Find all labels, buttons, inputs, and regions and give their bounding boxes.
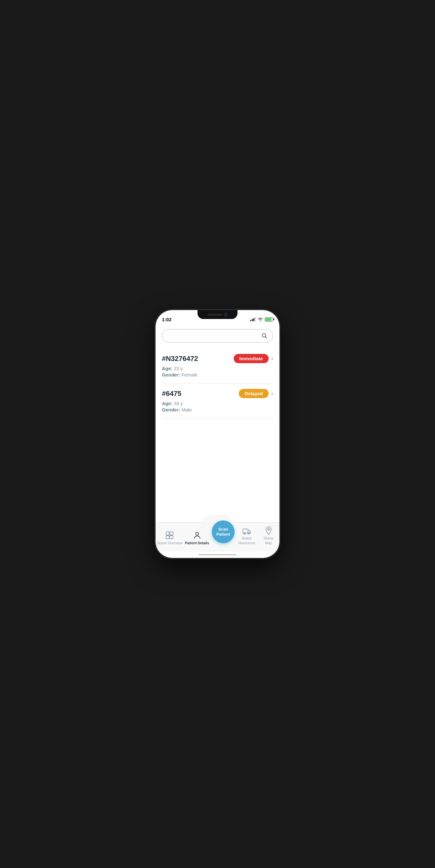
status-badge: Immediate: [234, 354, 269, 363]
nav-label-scene-overview: Scene Overview: [157, 541, 182, 545]
patient-id: #N3276472: [162, 354, 198, 363]
battery-fill: [265, 318, 271, 321]
nav-item-scene-overview[interactable]: Scene Overview: [157, 531, 182, 545]
patient-gender: Gender: Male: [162, 407, 273, 412]
patient-gender: Gender: Female: [162, 372, 273, 377]
main-content: #N3276472 Immediate › Age: 23 y Gender: …: [156, 324, 279, 522]
nav-item-roles-resources[interactable]: Roles/Resources: [237, 528, 256, 545]
search-input[interactable]: [167, 333, 261, 339]
patient-badge-row: Immediate ›: [234, 354, 273, 363]
svg-point-7: [244, 533, 245, 534]
svg-rect-2: [170, 532, 173, 535]
status-time: 1:02: [162, 317, 171, 322]
bottom-nav: Scene Overview Patient Details Sc: [156, 522, 279, 552]
chevron-right-icon: ›: [271, 390, 273, 397]
wifi-icon: [258, 317, 263, 321]
nav-item-patient-details[interactable]: Patient Details: [185, 531, 209, 545]
patient-age: Age: 23 y: [162, 366, 273, 371]
patient-id: #6475: [162, 390, 181, 398]
battery-icon: [265, 317, 273, 321]
notch-camera: [224, 313, 227, 316]
search-icon: [261, 333, 268, 339]
svg-point-8: [248, 533, 250, 534]
nav-items: Scene Overview Patient Details Sc: [156, 523, 279, 545]
status-icons: [250, 317, 273, 321]
nav-item-scene-map[interactable]: SceneMap: [259, 526, 278, 545]
notch-speaker: [208, 314, 222, 315]
grid-icon: [165, 531, 174, 539]
patient-header: #6475 Delayed ›: [162, 389, 273, 398]
home-bar: [198, 554, 237, 555]
scan-button[interactable]: ScanPatient: [212, 520, 235, 543]
patient-badge-row: Delayed ›: [239, 389, 273, 398]
status-badge: Delayed: [239, 389, 269, 398]
nav-label-patient-details: Patient Details: [185, 541, 209, 545]
notch: [198, 310, 237, 319]
svg-rect-4: [170, 536, 173, 539]
map-pin-icon: [265, 526, 272, 535]
svg-rect-1: [166, 532, 169, 535]
svg-point-9: [268, 528, 270, 530]
scan-label: ScanPatient: [216, 527, 230, 537]
truck-icon: [243, 528, 251, 535]
svg-point-5: [196, 532, 198, 535]
patient-header: #N3276472 Immediate ›: [162, 354, 273, 363]
svg-rect-6: [243, 529, 248, 533]
screen: 1:02: [156, 310, 279, 558]
svg-rect-3: [166, 536, 169, 539]
search-bar[interactable]: [162, 329, 273, 342]
person-icon: [193, 531, 201, 539]
patient-item[interactable]: #6475 Delayed › Age: 34 y Gender: Male: [162, 384, 273, 419]
nav-item-scan-patient[interactable]: ScanPatient: [212, 520, 235, 545]
nav-label-roles-resources: Roles/Resources: [238, 536, 255, 545]
patient-item[interactable]: #N3276472 Immediate › Age: 23 y Gender: …: [162, 349, 273, 384]
nav-label-scene-map: SceneMap: [264, 536, 273, 545]
chevron-right-icon: ›: [271, 355, 273, 362]
phone-frame: 1:02: [156, 310, 279, 558]
signal-icon: [250, 317, 256, 321]
home-indicator: [156, 552, 279, 558]
patient-age: Age: 34 y: [162, 401, 273, 406]
